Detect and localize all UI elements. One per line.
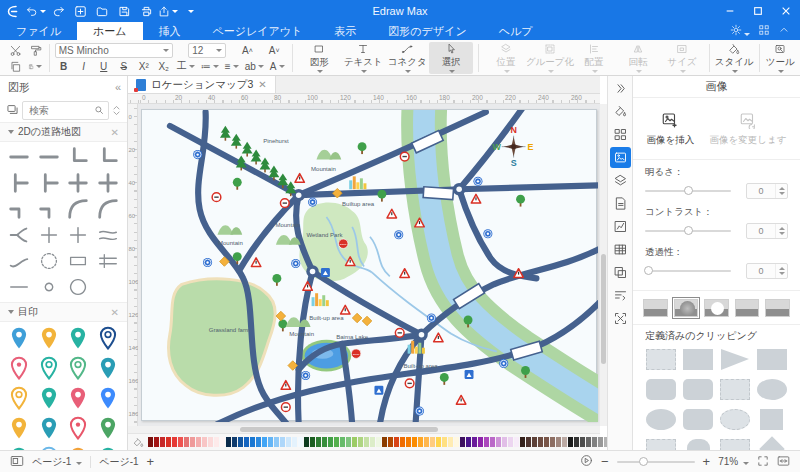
image-panel-icon[interactable] xyxy=(610,147,631,168)
arrange-button-回転[interactable]: 回転 xyxy=(616,42,660,74)
clipping-shape-4[interactable] xyxy=(757,349,787,370)
style-fill-icon[interactable] xyxy=(610,101,631,122)
color-swatch[interactable] xyxy=(598,437,603,447)
color-swatch[interactable] xyxy=(184,437,189,447)
color-swatch[interactable] xyxy=(208,437,213,447)
format-button-X₂[interactable]: X₂ xyxy=(155,59,173,74)
menu-tab-表示[interactable]: 表示 xyxy=(318,22,372,40)
map-pin-shape-15[interactable] xyxy=(64,415,94,442)
map-pin-shape-10[interactable] xyxy=(34,385,64,412)
color-swatch[interactable] xyxy=(364,437,369,447)
color-swatch[interactable] xyxy=(298,437,303,447)
close-document-icon[interactable]: ✕ xyxy=(258,79,266,90)
slider-track[interactable] xyxy=(645,230,731,232)
clipping-shape-10[interactable] xyxy=(683,409,713,430)
zoom-level[interactable]: 71% xyxy=(718,456,749,467)
color-swatch[interactable] xyxy=(160,437,165,447)
page-preview-icon[interactable] xyxy=(10,455,24,469)
document-tab[interactable]: ロケーションマップ3 ✕ xyxy=(128,76,276,93)
map-pin-shape-13[interactable] xyxy=(4,415,34,442)
menu-tab-ファイル[interactable]: ファイル xyxy=(0,22,77,40)
collapse-ribbon-icon[interactable] xyxy=(778,24,790,38)
close-section-icon[interactable]: ✕ xyxy=(111,127,119,138)
color-swatch[interactable] xyxy=(568,437,573,447)
page-settings-icon[interactable] xyxy=(610,193,631,214)
vertical-scrollbar[interactable] xyxy=(600,104,607,426)
clipping-shape-15[interactable] xyxy=(720,439,750,450)
color-swatch[interactable] xyxy=(550,437,555,447)
clipping-shape-14[interactable] xyxy=(687,439,710,450)
color-swatch[interactable] xyxy=(214,437,219,447)
new-document-button[interactable] xyxy=(70,2,90,20)
road-shape-17[interactable] xyxy=(4,248,34,274)
drawing-page[interactable]: STOPSTOPPinehurstMountainMountainMountai… xyxy=(141,109,597,421)
image-effect-circle[interactable] xyxy=(674,299,699,317)
open-file-button[interactable] xyxy=(92,2,112,20)
arrange-button-サイズ[interactable]: サイズ xyxy=(660,42,704,74)
color-swatch[interactable] xyxy=(448,437,453,447)
redo-button[interactable] xyxy=(48,2,68,20)
color-swatch[interactable] xyxy=(388,437,393,447)
pin-section-header[interactable]: 目印 ✕ xyxy=(0,302,127,322)
color-swatch[interactable] xyxy=(538,437,543,447)
color-swatch[interactable] xyxy=(148,437,153,447)
style-button[interactable]: スタイル xyxy=(715,42,754,74)
color-swatch[interactable] xyxy=(328,437,333,447)
font-family-select[interactable]: MS Mincho xyxy=(55,43,173,58)
export-button[interactable] xyxy=(158,2,178,20)
menu-tab-ページレイアウト[interactable]: ページレイアウト xyxy=(197,22,319,40)
color-swatch[interactable] xyxy=(202,437,207,447)
color-swatch[interactable] xyxy=(190,437,195,447)
color-swatch[interactable] xyxy=(556,437,561,447)
road-shape-18[interactable] xyxy=(34,248,64,274)
color-swatch[interactable] xyxy=(232,437,237,447)
map-pin-shape-6[interactable] xyxy=(34,355,64,382)
chart-icon[interactable] xyxy=(610,216,631,237)
fill-bucket-icon[interactable] xyxy=(132,436,144,448)
increase-font-button[interactable]: A˄ xyxy=(235,43,260,58)
color-swatch[interactable] xyxy=(496,437,501,447)
menu-tab-挿入[interactable]: 挿入 xyxy=(143,22,197,40)
format-button-S[interactable]: S xyxy=(115,59,133,74)
color-swatch[interactable] xyxy=(346,437,351,447)
map-pin-shape-7[interactable] xyxy=(64,355,94,382)
color-swatch[interactable] xyxy=(178,437,183,447)
color-swatch[interactable] xyxy=(400,437,405,447)
color-swatch[interactable] xyxy=(280,437,285,447)
color-swatch[interactable] xyxy=(262,437,267,447)
fullscreen-icon[interactable] xyxy=(757,455,769,469)
color-swatch[interactable] xyxy=(562,437,567,447)
image-effect-plain[interactable] xyxy=(643,299,668,317)
format-button-U[interactable]: U xyxy=(95,59,113,74)
clip-art-icon[interactable] xyxy=(610,262,631,283)
slider-knob[interactable] xyxy=(684,186,693,195)
color-swatch[interactable] xyxy=(412,437,417,447)
color-swatch[interactable] xyxy=(172,437,177,447)
format-button-I[interactable]: I xyxy=(75,59,93,74)
decrease-font-button[interactable]: A˅ xyxy=(262,43,287,58)
road-shape-5[interactable] xyxy=(4,170,34,196)
color-swatch[interactable] xyxy=(490,437,495,447)
slider-value-spinner[interactable]: 0 xyxy=(746,223,788,239)
slider-track[interactable] xyxy=(645,190,731,192)
format-button-工[interactable]: 工 xyxy=(175,59,197,74)
color-swatch[interactable] xyxy=(274,437,279,447)
road-shape-20[interactable] xyxy=(93,248,123,274)
color-swatch[interactable] xyxy=(418,437,423,447)
arrange-button-位置[interactable]: 位置 xyxy=(484,42,528,74)
collapse-panel-icon[interactable]: « xyxy=(115,81,119,93)
map-pin-shape-12[interactable] xyxy=(93,385,123,412)
spinner-arrows[interactable] xyxy=(775,224,787,238)
image-effect-bright[interactable] xyxy=(704,299,729,317)
road-shape-9[interactable] xyxy=(4,196,34,222)
road-shape-2[interactable] xyxy=(34,144,64,170)
slider-knob[interactable] xyxy=(684,226,693,235)
zoom-in-button[interactable]: + xyxy=(703,454,711,469)
color-swatch[interactable] xyxy=(454,437,459,447)
symbol-library-icon[interactable] xyxy=(610,124,631,145)
tool-button-図形[interactable]: 図形 xyxy=(297,42,341,74)
menu-tab-図形のデザイン[interactable]: 図形のデザイン xyxy=(372,22,482,40)
color-swatch[interactable] xyxy=(460,437,465,447)
close-section-icon[interactable]: ✕ xyxy=(111,307,119,318)
clipping-shape-7[interactable] xyxy=(720,379,750,400)
